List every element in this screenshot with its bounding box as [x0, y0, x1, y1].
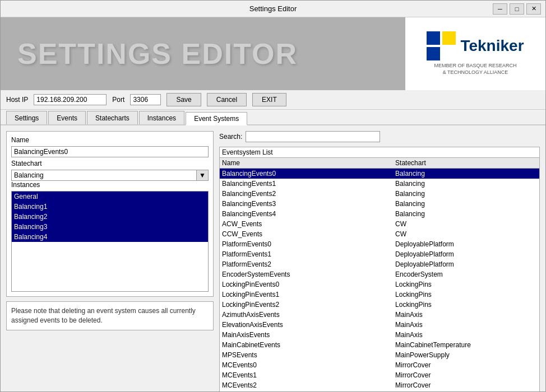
close-button[interactable]: ✕: [526, 3, 541, 15]
cancel-button[interactable]: Cancel: [207, 93, 247, 106]
tab-instances[interactable]: Instances: [139, 111, 184, 124]
list-item[interactable]: Balancing3: [12, 222, 208, 232]
toolbar: Host IP Port Save Cancel EXIT: [1, 90, 545, 110]
window-title: Settings Editor: [249, 4, 297, 13]
table-row[interactable]: PlatformEvents0DeployablePlatform: [220, 239, 539, 249]
right-panel: Search: Eventsystem List Name Statechart…: [219, 131, 540, 387]
tekniker-logo-icon: [427, 31, 456, 60]
table-row[interactable]: BalancingEvents1Balancing: [220, 179, 539, 189]
tab-settings[interactable]: Settings: [6, 111, 47, 124]
exit-button[interactable]: EXIT: [252, 93, 286, 106]
table-row[interactable]: MPSEventsMainPowerSupply: [220, 350, 539, 360]
note-box: Please note that deleting an event syste…: [6, 301, 214, 330]
table-row[interactable]: EncoderSystemEventsEncoderSystem: [220, 269, 539, 279]
list-item[interactable]: Balancing4: [12, 232, 208, 242]
table-row[interactable]: BalancingEvents2Balancing: [220, 189, 539, 199]
table-row[interactable]: MCEvents0MirrorCover: [220, 360, 539, 370]
svg-rect-2: [427, 47, 440, 60]
logo-name: Tekniker: [460, 37, 524, 55]
table-row[interactable]: AzimuthAxisEventsMainAxis: [220, 310, 539, 320]
instances-label: Instances: [11, 181, 209, 189]
maximize-button[interactable]: □: [510, 3, 524, 15]
table-row[interactable]: MCEvents2MirrorCover: [220, 380, 539, 390]
tabs-bar: Settings Events Statecharts Instances Ev…: [1, 110, 545, 125]
name-section: Name Statechart Balancing CW CCW Deploya…: [6, 131, 214, 297]
table-row[interactable]: MCEvents1MirrorCover: [220, 370, 539, 380]
statechart-section: Statechart Balancing CW CCW DeployablePl…: [11, 160, 209, 181]
statechart-label: Statechart: [11, 160, 209, 167]
table-row[interactable]: PlatformEvents1DeployablePlatform: [220, 249, 539, 259]
col-name-header: Name: [222, 159, 395, 167]
table-row[interactable]: BalancingEvents4Balancing: [220, 209, 539, 219]
list-header: Name Statechart: [220, 158, 539, 169]
tab-events[interactable]: Events: [48, 111, 86, 124]
title-bar: Settings Editor ─ □ ✕: [1, 1, 545, 17]
table-row[interactable]: BalancingEvents0Balancing: [220, 169, 539, 179]
table-row[interactable]: MainAxisEventsMainAxis: [220, 330, 539, 340]
search-row: Search:: [219, 131, 540, 142]
table-row[interactable]: MainCabinetEventsMainCabinetTemperature: [220, 340, 539, 350]
table-row[interactable]: BalancingEvents3Balancing: [220, 199, 539, 209]
name-input[interactable]: [11, 146, 209, 157]
eventsystem-list-body[interactable]: BalancingEvents0BalancingBalancingEvents…: [220, 169, 539, 392]
table-row[interactable]: LockingPinEvents2LockingPins: [220, 300, 539, 310]
svg-rect-0: [427, 31, 440, 45]
logo-subtitle: MEMBER OF BASQUE RESEARCH & TECHNOLOGY A…: [434, 63, 516, 76]
table-row[interactable]: ElevationAxisEventsMainAxis: [220, 320, 539, 330]
tab-event-systems[interactable]: Event Systems: [186, 112, 247, 125]
window-controls: ─ □ ✕: [493, 3, 541, 15]
table-row[interactable]: PlatformEvents2DeployablePlatform: [220, 259, 539, 269]
statechart-dropdown-wrapper: Balancing CW CCW DeployablePlatform Enco…: [11, 170, 209, 181]
col-statechart-header: Statechart: [395, 159, 537, 167]
host-ip-input[interactable]: [34, 94, 107, 105]
port-input[interactable]: [130, 94, 161, 105]
table-row[interactable]: LockingPinEvents1LockingPins: [220, 290, 539, 300]
instances-section: Instances General Balancing1 Balancing2 …: [11, 181, 209, 292]
port-label: Port: [112, 96, 124, 104]
minimize-button[interactable]: ─: [493, 3, 507, 15]
svg-rect-1: [442, 31, 456, 45]
tab-statecharts[interactable]: Statecharts: [87, 111, 138, 124]
header-title: SETTINGS EDITOR: [1, 37, 298, 71]
statechart-dropdown[interactable]: Balancing CW CCW DeployablePlatform Enco…: [11, 170, 209, 181]
logo-icon: Tekniker: [427, 31, 524, 60]
search-label: Search:: [219, 133, 242, 141]
list-item[interactable]: Balancing2: [12, 212, 208, 222]
save-button[interactable]: Save: [166, 93, 201, 106]
table-row[interactable]: ACW_EventsCW: [220, 219, 539, 229]
header-banner: SETTINGS EDITOR Tekniker MEMBER OF BASQU…: [1, 17, 545, 90]
main-content: Name Statechart Balancing CW CCW Deploya…: [1, 125, 545, 392]
left-panel: Name Statechart Balancing CW CCW Deploya…: [6, 131, 214, 387]
eventsystem-list-section: Eventsystem List Name Statechart Balanci…: [219, 147, 540, 392]
table-row[interactable]: LockingPinEvents0LockingPins: [220, 279, 539, 290]
table-row[interactable]: CCW_EventsCW: [220, 229, 539, 239]
eventsystem-list-label: Eventsystem List: [220, 147, 539, 158]
header-logo: Tekniker MEMBER OF BASQUE RESEARCH & TEC…: [405, 17, 545, 90]
instances-listbox[interactable]: General Balancing1 Balancing2 Balancing3…: [11, 191, 209, 292]
list-item[interactable]: Balancing1: [12, 202, 208, 212]
list-item[interactable]: General: [12, 192, 208, 202]
search-input[interactable]: [246, 131, 380, 142]
host-ip-label: Host IP: [6, 96, 28, 104]
name-label: Name: [11, 136, 209, 144]
